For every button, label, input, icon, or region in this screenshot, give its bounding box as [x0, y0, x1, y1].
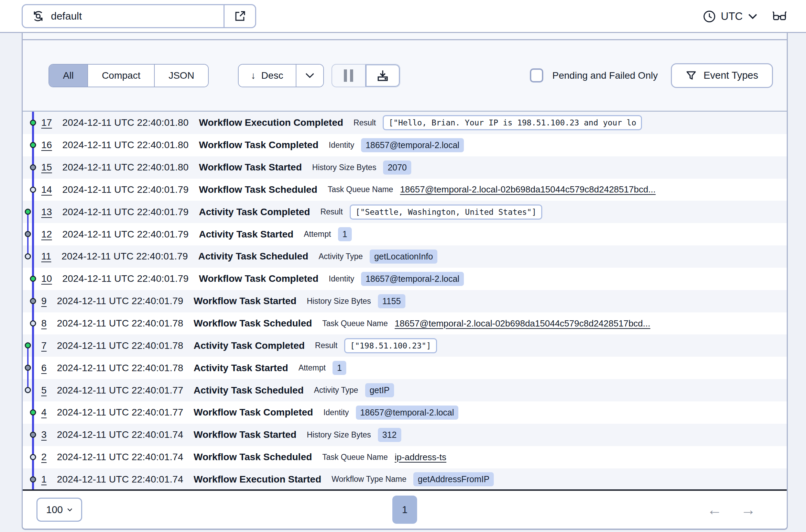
event-timestamp: 2024-12-11 UTC 22:40:01.79: [62, 229, 188, 240]
event-timestamp: 2024-12-11 UTC 22:40:01.78: [57, 363, 183, 374]
event-name: Workflow Task Scheduled: [199, 184, 317, 195]
event-detail-label: Workflow Type Name: [331, 475, 406, 484]
event-detail: History Size Bytes 312: [307, 428, 401, 442]
tab-json[interactable]: JSON: [155, 65, 208, 87]
event-row: 6 2024-12-11 UTC 22:40:01.78 Activity Ta…: [23, 357, 787, 379]
event-id-link[interactable]: 10: [41, 273, 52, 284]
event-history-toolbar: All Compact JSON ↓ Desc: [23, 40, 787, 112]
external-link-icon: [234, 10, 246, 22]
event-name: Workflow Task Started: [194, 296, 296, 307]
namespace-name: default: [51, 10, 82, 22]
event-name: Workflow Execution Started: [194, 474, 321, 485]
event-id-link[interactable]: 5: [41, 385, 47, 396]
event-name: Workflow Task Started: [199, 162, 302, 173]
event-id-link[interactable]: 4: [41, 407, 47, 418]
pause-button[interactable]: [332, 65, 365, 87]
event-timestamp: 2024-12-11 UTC 22:40:01.79: [62, 251, 188, 262]
event-detail-value[interactable]: 18657@temporal-2.local-02b698da15044c579…: [400, 184, 655, 195]
event-detail-label: Identity: [329, 274, 354, 284]
event-detail: Attempt 1: [298, 361, 346, 375]
previous-page-button[interactable]: ←: [707, 501, 722, 518]
event-id-link[interactable]: 17: [41, 117, 52, 128]
event-id-link[interactable]: 9: [41, 296, 47, 307]
event-id-link[interactable]: 8: [41, 318, 47, 329]
event-id-link[interactable]: 7: [41, 340, 47, 351]
timezone-picker[interactable]: UTC: [703, 10, 758, 23]
event-timestamp: 2024-12-11 UTC 22:40:01.79: [57, 296, 183, 307]
event-status-dot: [30, 142, 36, 148]
event-status-dot: [25, 231, 31, 237]
event-detail-label: Task Queue Name: [322, 453, 388, 462]
event-row: 14 2024-12-11 UTC 22:40:01.79 Workflow T…: [23, 179, 787, 201]
next-page-button[interactable]: →: [741, 501, 756, 518]
event-status-dot: [30, 432, 36, 438]
event-detail-label: Identity: [323, 408, 349, 417]
event-timestamp: 2024-12-11 UTC 22:40:01.80: [62, 117, 188, 128]
pending-failed-label: Pending and Failed Only: [552, 70, 658, 81]
event-detail-value: 18657@temporal-2.local: [361, 138, 464, 152]
event-status-dot: [25, 342, 31, 348]
event-id-link[interactable]: 15: [41, 162, 52, 173]
namespace-external-link-button[interactable]: [224, 5, 255, 27]
event-id-link[interactable]: 1: [41, 474, 47, 485]
event-detail-value: ["198.51.100.23"]: [344, 338, 437, 353]
event-status-dot: [30, 298, 36, 304]
event-status-dot: [30, 320, 36, 326]
event-detail-value: 312: [378, 428, 401, 442]
event-status-dot: [25, 387, 31, 393]
event-id-link[interactable]: 6: [41, 363, 47, 374]
event-detail-value: 1: [338, 227, 352, 241]
event-timestamp: 2024-12-11 UTC 22:40:01.78: [57, 340, 183, 351]
event-id-link[interactable]: 3: [41, 429, 47, 440]
event-detail: Attempt 1: [304, 227, 351, 241]
event-timestamp: 2024-12-11 UTC 22:40:01.74: [57, 429, 183, 440]
event-id-link[interactable]: 12: [41, 229, 52, 240]
event-rows: 17 2024-12-11 UTC 22:40:01.80 Workflow E…: [23, 112, 787, 490]
event-id-link[interactable]: 11: [41, 251, 51, 262]
event-detail-label: Attempt: [304, 230, 331, 239]
event-types-filter-button[interactable]: Event Types: [671, 63, 773, 88]
event-name: Workflow Task Scheduled: [194, 452, 312, 463]
event-row: 1 2024-12-11 UTC 22:40:01.74 Workflow Ex…: [23, 468, 787, 491]
event-id-link[interactable]: 2: [41, 452, 47, 463]
pause-icon: [344, 69, 347, 82]
tab-all[interactable]: All: [49, 65, 88, 87]
event-name: Workflow Execution Completed: [199, 117, 344, 128]
event-status-dot: [25, 365, 31, 371]
event-detail: Task Queue Name ip-address-ts: [322, 452, 446, 463]
labs-glasses-button[interactable]: [772, 11, 787, 22]
event-status-dot: [30, 164, 36, 170]
page-size-select[interactable]: 100: [36, 498, 82, 522]
event-id-link[interactable]: 14: [41, 184, 52, 195]
event-detail: Identity 18657@temporal-2.local: [323, 406, 458, 420]
pending-failed-checkbox[interactable]: [530, 68, 543, 82]
current-page-button[interactable]: 1: [392, 496, 417, 524]
event-status-dot: [30, 276, 36, 282]
event-detail-label: Task Queue Name: [328, 185, 393, 194]
event-id-link[interactable]: 16: [41, 140, 52, 151]
event-detail-value[interactable]: 18657@temporal-2.local-02b698da15044c579…: [395, 318, 650, 329]
namespace-selector-main[interactable]: default: [23, 5, 224, 27]
panel-top-strip: [23, 33, 787, 40]
event-detail-label: Task Queue Name: [322, 319, 388, 328]
tab-compact[interactable]: Compact: [88, 65, 155, 87]
sort-label: Desc: [261, 70, 283, 81]
event-detail-value[interactable]: ip-address-ts: [395, 452, 446, 463]
event-timestamp: 2024-12-11 UTC 22:40:01.80: [62, 162, 188, 173]
event-detail-label: Activity Type: [314, 386, 358, 395]
sort-desc-button[interactable]: ↓ Desc: [239, 65, 296, 87]
sort-dropdown-button[interactable]: [296, 65, 323, 87]
event-timestamp: 2024-12-11 UTC 22:40:01.79: [62, 184, 188, 195]
chevron-down-icon: [305, 73, 315, 79]
download-button[interactable]: [365, 65, 400, 87]
event-detail-value: getAddressFromIP: [413, 472, 494, 486]
event-detail: History Size Bytes 2070: [312, 160, 411, 175]
namespace-selector[interactable]: default: [22, 4, 256, 28]
event-detail: History Size Bytes 1155: [307, 294, 405, 308]
event-detail-label: Result: [315, 341, 337, 350]
event-detail-value: 18657@temporal-2.local: [356, 406, 459, 420]
event-types-label: Event Types: [704, 70, 758, 81]
event-id-link[interactable]: 13: [41, 207, 52, 218]
event-row: 13 2024-12-11 UTC 22:40:01.79 Activity T…: [23, 201, 787, 223]
event-status-dot: [30, 187, 36, 193]
